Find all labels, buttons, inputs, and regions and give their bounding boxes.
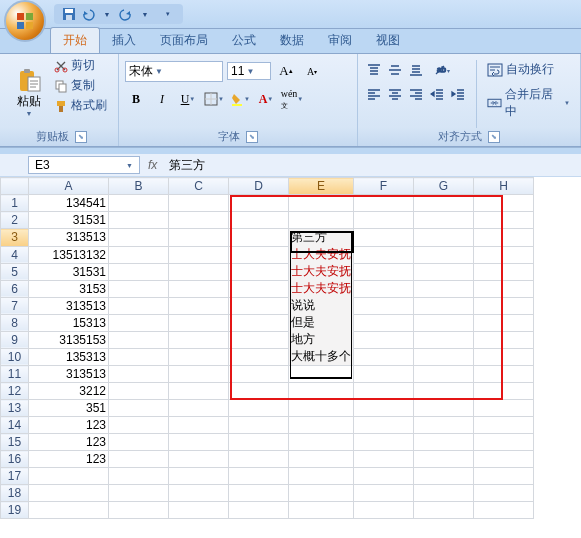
cell[interactable]: 123 xyxy=(29,451,109,468)
formula-input[interactable]: 第三方 xyxy=(165,157,581,174)
cell[interactable] xyxy=(354,246,414,263)
cell[interactable] xyxy=(354,383,414,400)
cell[interactable] xyxy=(414,263,474,280)
cell[interactable] xyxy=(474,451,534,468)
cell[interactable] xyxy=(354,348,414,366)
cell[interactable] xyxy=(169,297,229,314)
cell[interactable]: 13513132 xyxy=(29,246,109,263)
format-painter-button[interactable]: 格式刷 xyxy=(52,96,109,115)
fx-icon[interactable]: fx xyxy=(148,158,157,172)
cell[interactable] xyxy=(229,366,289,383)
cell[interactable] xyxy=(474,434,534,451)
cell[interactable] xyxy=(474,348,534,366)
cell[interactable] xyxy=(169,348,229,366)
align-middle-button[interactable] xyxy=(385,60,405,80)
cell[interactable] xyxy=(474,229,534,247)
chevron-down-icon[interactable]: ▼ xyxy=(244,67,256,76)
font-color-button[interactable]: A▼ xyxy=(255,88,277,110)
cell[interactable] xyxy=(289,434,354,451)
row-header[interactable]: 3 xyxy=(1,229,29,247)
col-header[interactable]: F xyxy=(354,178,414,195)
cell[interactable] xyxy=(109,246,169,263)
cell[interactable] xyxy=(169,417,229,434)
cell[interactable] xyxy=(414,485,474,502)
cell[interactable]: 351 xyxy=(29,400,109,417)
shrink-font-button[interactable]: A▾ xyxy=(301,60,323,82)
cell[interactable]: 士大夫安抚 xyxy=(289,263,354,280)
cell[interactable] xyxy=(229,263,289,280)
cell[interactable] xyxy=(169,383,229,400)
cell[interactable] xyxy=(109,434,169,451)
cell[interactable] xyxy=(474,366,534,383)
cell[interactable] xyxy=(414,212,474,229)
cell[interactable] xyxy=(289,400,354,417)
cell[interactable] xyxy=(109,468,169,485)
col-header[interactable]: E xyxy=(289,178,354,195)
cell[interactable] xyxy=(414,502,474,519)
col-header[interactable]: D xyxy=(229,178,289,195)
cell[interactable] xyxy=(109,348,169,366)
cell[interactable]: 大概十多个 xyxy=(289,348,354,366)
cell[interactable] xyxy=(169,366,229,383)
cell[interactable] xyxy=(169,314,229,331)
cell[interactable] xyxy=(474,195,534,212)
row-header[interactable]: 6 xyxy=(1,280,29,297)
cell[interactable]: 3135153 xyxy=(29,331,109,348)
row-header[interactable]: 5 xyxy=(1,263,29,280)
row-header[interactable]: 11 xyxy=(1,366,29,383)
tab-review[interactable]: 审阅 xyxy=(316,28,364,53)
cell[interactable] xyxy=(414,331,474,348)
row-header[interactable]: 13 xyxy=(1,400,29,417)
row-header[interactable]: 19 xyxy=(1,502,29,519)
cell[interactable] xyxy=(229,451,289,468)
col-header[interactable]: G xyxy=(414,178,474,195)
decrease-indent-button[interactable] xyxy=(427,84,447,104)
font-name-combo[interactable]: 宋体▼ xyxy=(125,61,223,82)
cell[interactable] xyxy=(354,468,414,485)
row-header[interactable]: 4 xyxy=(1,246,29,263)
cell[interactable] xyxy=(229,331,289,348)
cell[interactable] xyxy=(414,366,474,383)
cell[interactable] xyxy=(169,485,229,502)
cell[interactable]: 135313 xyxy=(29,348,109,366)
align-dialog-icon[interactable]: ⬊ xyxy=(488,131,500,143)
fill-color-button[interactable]: ▼ xyxy=(229,88,251,110)
cell[interactable] xyxy=(354,280,414,297)
chevron-down-icon[interactable]: ▼ xyxy=(153,67,165,76)
cell[interactable] xyxy=(169,195,229,212)
row-header[interactable]: 7 xyxy=(1,297,29,314)
cell[interactable] xyxy=(414,297,474,314)
cell[interactable]: 313513 xyxy=(29,297,109,314)
cell[interactable] xyxy=(289,485,354,502)
cell[interactable] xyxy=(414,417,474,434)
cell[interactable] xyxy=(229,383,289,400)
cell[interactable] xyxy=(169,280,229,297)
cell[interactable] xyxy=(169,331,229,348)
office-button[interactable] xyxy=(4,0,46,42)
cell[interactable] xyxy=(354,502,414,519)
cell[interactable] xyxy=(29,502,109,519)
cell[interactable] xyxy=(354,314,414,331)
cell[interactable]: 15313 xyxy=(29,314,109,331)
row-header[interactable]: 1 xyxy=(1,195,29,212)
cell[interactable] xyxy=(229,417,289,434)
cell[interactable] xyxy=(354,229,414,247)
cell[interactable] xyxy=(474,314,534,331)
align-bottom-button[interactable] xyxy=(406,60,426,80)
cell[interactable] xyxy=(474,468,534,485)
cell[interactable]: 31531 xyxy=(29,263,109,280)
copy-button[interactable]: 复制 xyxy=(52,76,109,95)
bold-button[interactable]: B xyxy=(125,88,147,110)
cell[interactable] xyxy=(289,212,354,229)
cell[interactable] xyxy=(474,331,534,348)
align-top-button[interactable] xyxy=(364,60,384,80)
cell[interactable] xyxy=(354,400,414,417)
cell[interactable]: 123 xyxy=(29,434,109,451)
tab-insert[interactable]: 插入 xyxy=(100,28,148,53)
cell[interactable] xyxy=(474,263,534,280)
cell[interactable] xyxy=(289,195,354,212)
cell[interactable] xyxy=(29,485,109,502)
cell[interactable] xyxy=(474,485,534,502)
tab-formulas[interactable]: 公式 xyxy=(220,28,268,53)
cell[interactable] xyxy=(474,502,534,519)
